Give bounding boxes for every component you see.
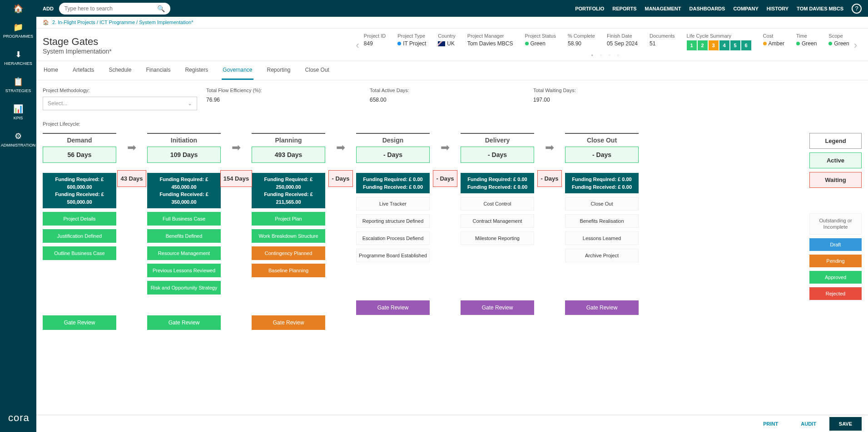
stage-item[interactable]: Benefits Realisation xyxy=(565,214,639,228)
arrow-right-icon: ➡ xyxy=(545,141,554,154)
stage-item[interactable]: Risk and Opportunity Strategy xyxy=(147,281,221,295)
stage-demand: Demand56 DaysFunding Required: £ 600,000… xyxy=(43,133,116,330)
topnav-tom-davies-mbcs[interactable]: TOM DAVIES MBCS xyxy=(797,6,843,11)
legend: LegendActiveWaitingOutstanding or Incomp… xyxy=(809,133,862,300)
tab-reporting[interactable]: Reporting xyxy=(266,61,292,80)
save-button[interactable]: SAVE xyxy=(829,417,862,431)
stage-item[interactable]: Live Tracker xyxy=(356,197,430,211)
stage-arrow: ➡154 Days xyxy=(224,133,248,154)
tabs: HomeArtefactsScheduleFinancialsRegisters… xyxy=(36,61,868,80)
methodology-select[interactable]: Select... ⌄ xyxy=(43,97,197,110)
stage-item[interactable]: Full Business Case xyxy=(147,212,221,226)
stage-initiation: Initiation109 DaysFunding Required: £ 45… xyxy=(147,133,221,330)
add-button[interactable]: ADD xyxy=(43,6,54,11)
stage-item[interactable]: Work Breakdown Structure xyxy=(252,229,325,243)
print-button[interactable]: PRINT xyxy=(754,417,788,431)
gate-review-button[interactable]: Gate Review xyxy=(461,300,534,315)
stage-item[interactable]: Lessons Learned xyxy=(565,231,639,245)
active-days-box: 56 Days xyxy=(43,147,116,163)
tab-artefacts[interactable]: Artefacts xyxy=(72,61,95,80)
page-title: Stage Gates xyxy=(43,36,112,48)
stage-item[interactable]: Outline Business Case xyxy=(43,246,116,260)
sidebar-item-kpis[interactable]: 📊KPIS xyxy=(0,98,36,126)
legend-header: Legend xyxy=(809,133,862,149)
stage-arrow: ➡- Days xyxy=(433,133,457,154)
arrow-right-icon: ➡ xyxy=(441,141,450,154)
help-icon[interactable]: ? xyxy=(852,4,862,14)
stage-item[interactable]: Project Details xyxy=(43,212,116,226)
active-days-box: 493 Days xyxy=(252,147,325,163)
stage-item[interactable]: Cost Control xyxy=(461,197,534,211)
nav-icon: 📁 xyxy=(13,22,23,32)
footer: PRINT AUDIT SAVE xyxy=(36,415,868,432)
gate-review-button[interactable]: Gate Review xyxy=(356,300,430,315)
arrow-right-icon: ➡ xyxy=(336,141,345,154)
stage-item[interactable]: Resource Management xyxy=(147,246,221,260)
stage-title: Initiation xyxy=(171,137,197,144)
stage-item[interactable]: Close Out xyxy=(565,197,639,211)
stage-title: Delivery xyxy=(485,137,510,144)
active-days-box: - Days xyxy=(356,147,430,163)
audit-button[interactable]: AUDIT xyxy=(791,417,826,431)
stage-design: Design- DaysFunding Required: £ 0.00Fund… xyxy=(356,133,430,315)
stage-item[interactable]: Escalation Process Defiend xyxy=(356,231,430,245)
gate-review-button[interactable]: Gate Review xyxy=(43,315,116,330)
nav-icon: ⚙ xyxy=(15,131,22,141)
stage-title: Close Out xyxy=(587,137,617,144)
home-icon[interactable]: 🏠 xyxy=(0,0,36,17)
stage-title: Planning xyxy=(275,137,302,144)
stage-item[interactable]: Reporting structure Defined xyxy=(356,214,430,228)
gate-review-button[interactable]: Gate Review xyxy=(147,315,221,330)
stage-item[interactable]: Contingency Planned xyxy=(252,246,325,260)
stage-close-out: Close Out- DaysFunding Required: £ 0.00F… xyxy=(565,133,639,315)
sidebar-item-administration[interactable]: ⚙ADMINISTRATION xyxy=(0,126,36,153)
stage-item[interactable]: Previous Lessons Reviewed xyxy=(147,264,221,277)
flow-efficiency-value: 76.96 xyxy=(206,97,370,103)
topnav-reports[interactable]: REPORTS xyxy=(612,6,636,11)
tab-schedule[interactable]: Schedule xyxy=(108,61,132,80)
dot-icon xyxy=(796,42,800,45)
stage-item[interactable]: Justification Defined xyxy=(43,229,116,243)
logo: cora xyxy=(0,404,36,432)
carousel-dots[interactable]: ● ○ ○ ○ xyxy=(364,53,849,57)
chevron-left-icon[interactable]: ‹ xyxy=(352,39,364,51)
tab-governance[interactable]: Governance xyxy=(222,61,253,80)
topnav-management[interactable]: MANAGEMENT xyxy=(645,6,681,11)
stage-item[interactable]: Baseline Planning xyxy=(252,264,325,277)
stage-arrow: ➡43 Days xyxy=(120,133,144,154)
funding-box: Funding Required: £ 450,000.00Funding Re… xyxy=(147,173,221,208)
stage-item[interactable]: Milestone Reporting xyxy=(461,231,534,245)
tab-registers[interactable]: Registers xyxy=(184,61,209,80)
legend-draft: Draft xyxy=(809,238,862,251)
search-input[interactable] xyxy=(64,5,157,12)
chevron-right-icon[interactable]: › xyxy=(849,39,862,51)
stage-item[interactable]: Project Plan xyxy=(252,212,325,226)
stage-item[interactable]: Programme Board Established xyxy=(356,249,430,262)
legend-rejected: Rejected xyxy=(809,287,862,300)
breadcrumb-home-icon[interactable]: 🏠 xyxy=(43,20,49,25)
lifecycle-summary: 123456 xyxy=(687,40,751,50)
funding-box: Funding Required: £ 0.00Funding Received… xyxy=(565,173,639,193)
search-box[interactable]: 🔍 xyxy=(59,3,170,15)
sidebar-item-hierarchies[interactable]: ⬇HIERARCHIES xyxy=(0,44,36,71)
tab-home[interactable]: Home xyxy=(43,61,59,80)
gate-review-button[interactable]: Gate Review xyxy=(252,315,325,330)
breadcrumb[interactable]: 🏠 2. In-Flight Projects / ICT Programme … xyxy=(36,17,868,29)
waiting-days-box: 154 Days xyxy=(220,170,252,187)
stage-delivery: Delivery- DaysFunding Required: £ 0.00Fu… xyxy=(461,133,534,315)
funding-box: Funding Required: £ 0.00Funding Received… xyxy=(356,173,430,193)
topnav-dashboards[interactable]: DASHBOARDS xyxy=(689,6,725,11)
topnav-portfolio[interactable]: PORTFOLIO xyxy=(575,6,604,11)
sidebar-item-programmes[interactable]: 📁PROGRAMMES xyxy=(0,17,36,44)
search-icon[interactable]: 🔍 xyxy=(157,5,165,12)
stage-item[interactable]: Archive Project xyxy=(565,249,639,262)
stage-item[interactable]: Contract Management xyxy=(461,214,534,228)
sidebar-item-strategies[interactable]: 📋STRATEGIES xyxy=(0,71,36,98)
gate-review-button[interactable]: Gate Review xyxy=(565,300,639,315)
stage-item[interactable]: Benefits Defined xyxy=(147,229,221,243)
dot-icon xyxy=(397,42,401,45)
topnav-history[interactable]: HISTORY xyxy=(767,6,789,11)
topnav-company[interactable]: COMPANY xyxy=(733,6,758,11)
tab-financials[interactable]: Financials xyxy=(145,61,171,80)
tab-close-out[interactable]: Close Out xyxy=(304,61,330,80)
